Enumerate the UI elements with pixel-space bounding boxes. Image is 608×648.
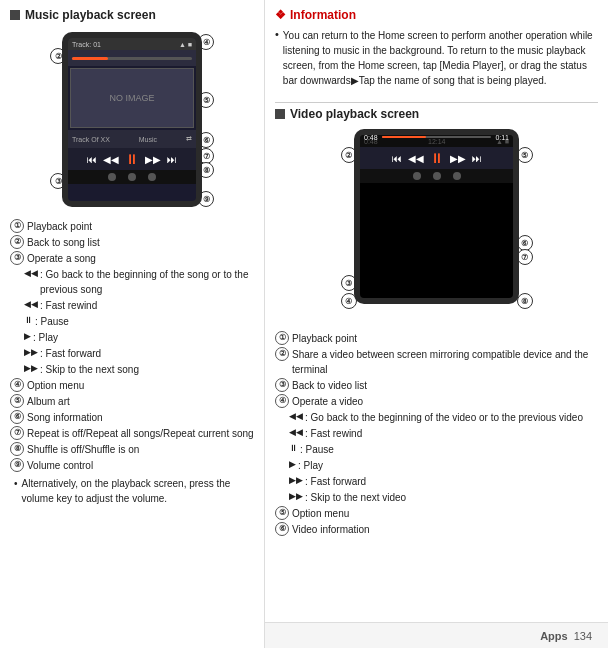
- v-num-5: ⑤: [275, 506, 289, 520]
- left-column: Music playback screen ① ② ③ ④ ⑤ ⑥ ⑦ ⑧ ⑨ …: [0, 0, 265, 648]
- rewind-btn[interactable]: ◀◀: [103, 154, 119, 165]
- play-text: : Play: [33, 330, 58, 345]
- v-desc-5-text: Option menu: [292, 506, 349, 521]
- v-prev-icon: ◀◀: [289, 410, 303, 424]
- nav-home-btn[interactable]: [128, 173, 136, 181]
- desc-9-text: Volume control: [27, 458, 93, 473]
- v-desc-2-text: Share a video between screen mirroring c…: [292, 347, 598, 377]
- desc-7-text: Repeat is off/Repeat all songs/Repeat cu…: [27, 426, 254, 441]
- video-next-btn[interactable]: ⏭: [472, 153, 482, 164]
- music-phone-wrapper: ① ② ③ ④ ⑤ ⑥ ⑦ ⑧ ⑨ Track: 01 ▲ ■: [42, 32, 222, 217]
- phone-nav-bar: [68, 170, 196, 184]
- video-nav-bar: [360, 169, 513, 183]
- desc-3a: ◀◀ : Go back to the beginning of the son…: [24, 267, 254, 297]
- video-duration-end: 0:11: [495, 135, 509, 141]
- video-duration-start: 0:48: [364, 135, 378, 141]
- info-bullet-icon: •: [275, 28, 279, 40]
- v-rewind-icon: ◀◀: [289, 426, 303, 440]
- v-prev-text: : Go back to the beginning of the video …: [305, 410, 583, 425]
- section-square-icon: [10, 10, 20, 20]
- desc-3-text: Operate a song: [27, 251, 96, 266]
- v-rewind-text: : Fast rewind: [305, 426, 362, 441]
- next-song-icon: ▶▶: [24, 362, 38, 376]
- v-desc-4-sub: ◀◀ : Go back to the beginning of the vid…: [275, 410, 598, 505]
- desc-item-4: ④ Option menu: [10, 378, 254, 393]
- forward-btn[interactable]: ▶▶: [145, 154, 161, 165]
- nav-recent-btn[interactable]: [148, 173, 156, 181]
- desc-3b: ◀◀ : Fast rewind: [24, 298, 254, 313]
- volume-note-text: Alternatively, on the playback screen, p…: [22, 476, 254, 506]
- page: Music playback screen ① ② ③ ④ ⑤ ⑥ ⑦ ⑧ ⑨ …: [0, 0, 608, 648]
- desc-item-9: ⑨ Volume control: [10, 458, 254, 473]
- video-prev-btn[interactable]: ⏮: [392, 153, 402, 164]
- video-track-fill: [382, 136, 426, 138]
- v-desc-item-6: ⑥ Video information: [275, 522, 598, 537]
- prev-btn[interactable]: ⏮: [87, 154, 97, 165]
- video-section-square-icon: [275, 109, 285, 119]
- pause-text: : Pause: [35, 314, 69, 329]
- video-nav-home[interactable]: [433, 172, 441, 180]
- music-label: Music: [139, 136, 157, 143]
- desc-item-2: ② Back to song list: [10, 235, 254, 250]
- desc-3d: ▶ : Play: [24, 330, 254, 345]
- ff-icon: ▶▶: [24, 346, 38, 360]
- music-phone-screen: Track: 01 ▲ ■ NO IMAGE Track Of XX Music: [68, 38, 196, 201]
- video-phone-mockup: 0:48 12:14 ▲ ■ MOV_0001 Unknown 0:48: [354, 129, 519, 304]
- left-title-text: Music playback screen: [25, 8, 156, 22]
- info-bullet-item: • You can return to the Home screen to p…: [275, 28, 598, 96]
- num-circle-2: ②: [10, 235, 24, 249]
- info-section-title: Information: [275, 8, 598, 22]
- v-next-icon: ▶▶: [289, 490, 303, 504]
- v-num-3: ③: [275, 378, 289, 392]
- video-pause-btn[interactable]: ⏸: [430, 150, 444, 166]
- song-info-bar: Track Of XX Music ⇄: [68, 130, 196, 148]
- left-section-title: Music playback screen: [10, 8, 254, 22]
- pause-btn[interactable]: ⏸: [125, 151, 139, 167]
- bottom-bar: Apps 134: [265, 622, 608, 648]
- video-nav-back[interactable]: [413, 172, 421, 180]
- num-circle-4: ④: [10, 378, 24, 392]
- bullet-icon: •: [14, 476, 18, 491]
- v-next-text: : Skip to the next video: [305, 490, 406, 505]
- v-desc-item-3: ③ Back to video list: [275, 378, 598, 393]
- ff-text: : Fast forward: [40, 346, 101, 361]
- video-nav-recent[interactable]: [453, 172, 461, 180]
- v-desc-4c: ⏸ : Pause: [289, 442, 598, 457]
- v-desc-item-1: ① Playback point: [275, 331, 598, 346]
- section-divider: [275, 102, 598, 103]
- rewind-text: : Fast rewind: [40, 298, 97, 313]
- right-column: Information • You can return to the Home…: [265, 0, 608, 648]
- next-btn[interactable]: ⏭: [167, 154, 177, 165]
- v-play-icon: ▶: [289, 458, 296, 472]
- v-play-text: : Play: [298, 458, 323, 473]
- next-song-text: : Skip to the next song: [40, 362, 139, 377]
- video-track: [382, 136, 492, 138]
- nav-back-btn[interactable]: [108, 173, 116, 181]
- v-num-2: ②: [275, 347, 289, 361]
- desc-4-text: Option menu: [27, 378, 84, 393]
- track-label: Track: 01: [72, 41, 101, 48]
- desc-8-text: Shuffle is off/Shuffle is on: [27, 442, 139, 457]
- video-phone-wrapper: ① ② ③ ④ ⑤ ⑥ ⑦ ⑧ 0:48 12:14 ▲ ■ M: [337, 129, 537, 329]
- desc-3f: ▶▶ : Skip to the next song: [24, 362, 254, 377]
- video-rewind-btn[interactable]: ◀◀: [408, 153, 424, 164]
- music-controls: ⏮ ◀◀ ⏸ ▶▶ ⏭: [68, 148, 196, 170]
- desc-3e: ▶▶ : Fast forward: [24, 346, 254, 361]
- v-num-4: ④: [275, 394, 289, 408]
- music-desc-list: ① Playback point ② Back to song list ③ O…: [10, 219, 254, 506]
- video-ff-btn[interactable]: ▶▶: [450, 153, 466, 164]
- no-image-text: NO IMAGE: [109, 93, 154, 103]
- num-circle-1: ①: [10, 219, 24, 233]
- prev-song-text: : Go back to the beginning of the song o…: [40, 267, 254, 297]
- num-circle-7: ⑦: [10, 426, 24, 440]
- desc-item-5: ⑤ Album art: [10, 394, 254, 409]
- video-desc-list: ① Playback point ② Share a video between…: [275, 331, 598, 537]
- v-desc-4d: ▶ : Play: [289, 458, 598, 473]
- play-icon: ▶: [24, 330, 31, 344]
- volume-note: • Alternatively, on the playback screen,…: [10, 476, 254, 506]
- rewind-icon: ◀◀: [24, 298, 38, 312]
- apps-label: Apps: [540, 630, 568, 642]
- v-desc-3-text: Back to video list: [292, 378, 367, 393]
- v-ff-text: : Fast forward: [305, 474, 366, 489]
- music-phone-mockup: Track: 01 ▲ ■ NO IMAGE Track Of XX Music: [62, 32, 202, 207]
